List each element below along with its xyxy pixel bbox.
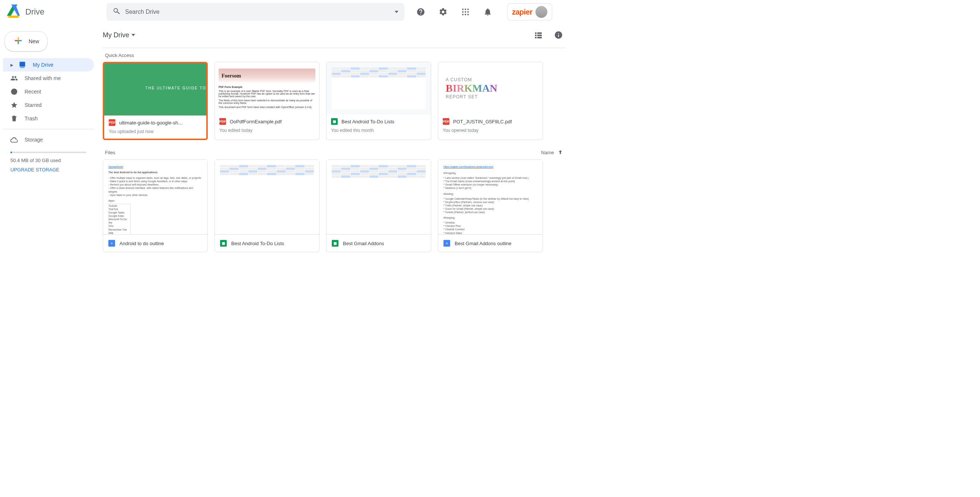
- brand-label: zapier: [512, 8, 533, 16]
- bell-icon[interactable]: [480, 5, 495, 19]
- file-thumbnail: [326, 160, 431, 234]
- sidebar-item-recent[interactable]: Recent: [3, 85, 94, 98]
- app-header: Drive zapier: [0, 0, 575, 24]
- upgrade-storage-link[interactable]: UPGRADE STORAGE: [10, 167, 86, 172]
- gear-icon[interactable]: [436, 5, 450, 19]
- file-title: Best Gmail Addons: [343, 241, 384, 246]
- sort-button[interactable]: Name: [541, 149, 564, 156]
- thumb-text: THE ULTIMATE GUIDE TO: [146, 86, 207, 90]
- card-thumbnail: Foersom PDF Form Example This is an exam…: [215, 62, 319, 115]
- main-content: My Drive Quick Access THE ULTIMATE GUIDE…: [97, 24, 575, 261]
- star-icon: [10, 101, 18, 109]
- card-title: ultimate-guide-to-google-sh…: [119, 120, 183, 126]
- account-switcher[interactable]: zapier: [507, 3, 552, 21]
- thumb-subhead: PDF Form Example: [219, 86, 242, 88]
- quick-access-card[interactable]: THE ULTIMATE GUIDE TO PDF ultimate-guide…: [103, 62, 208, 140]
- quick-access-card[interactable]: Foersom PDF Form Example This is an exam…: [215, 62, 320, 140]
- avatar[interactable]: [535, 6, 547, 18]
- cloud-icon: [10, 136, 18, 143]
- svg-point-1: [465, 9, 466, 10]
- thumb-line: BIRKMAN: [446, 82, 497, 94]
- thumb-body: This is an example of a user fillable PD…: [219, 90, 315, 98]
- card-subtitle: You edited today: [219, 128, 315, 133]
- spreadsheet-preview: [332, 165, 426, 191]
- search-icon: [113, 7, 121, 17]
- card-subtitle: You opened today: [443, 128, 538, 133]
- sidebar-item-storage[interactable]: Storage: [3, 133, 94, 147]
- svg-point-7: [465, 14, 466, 15]
- spreadsheet-preview: [220, 165, 314, 187]
- sheets-icon: ▦: [220, 240, 227, 247]
- sidebar-item-shared[interactable]: Shared with me: [3, 72, 94, 85]
- storage-bar: [10, 151, 86, 153]
- svg-point-3: [462, 11, 464, 13]
- docs-icon: ≡: [444, 240, 450, 247]
- files-row: Spreadsheet The best Android to do list …: [103, 159, 566, 252]
- list-view-icon[interactable]: [531, 27, 546, 43]
- storage-used-text: 50.4 MB of 30 GB used: [10, 158, 86, 163]
- sidebar-item-label: My Drive: [33, 62, 53, 68]
- file-title: Best Android To-Do Lists: [231, 241, 284, 246]
- file-card[interactable]: ▦ Best Gmail Addons: [326, 159, 431, 252]
- search-bar[interactable]: [107, 3, 404, 21]
- file-thumbnail: https://zapier.com/blog/best-gmail-add-o…: [438, 160, 542, 234]
- sidebar-item-label: Starred: [25, 102, 42, 108]
- people-icon: [10, 75, 18, 82]
- pdf-icon: PDF: [109, 119, 115, 126]
- sidebar-item-starred[interactable]: Starred: [3, 98, 94, 112]
- thumb-body: The fields of this form have been select…: [219, 99, 315, 104]
- sidebar-item-trash[interactable]: Trash: [3, 112, 94, 125]
- sidebar-item-my-drive[interactable]: ▶ My Drive: [3, 58, 94, 72]
- quick-access-title: Quick Access: [105, 53, 566, 58]
- apps-grid-icon[interactable]: [458, 5, 473, 19]
- search-options-dropdown-icon[interactable]: [395, 11, 398, 13]
- sidebar: New ▶ My Drive Shared with me Recent Sta…: [0, 24, 97, 261]
- quick-access-card[interactable]: A CUSTOM BIRKMAN REPORT SET PDF POT_JUST…: [438, 62, 543, 140]
- plus-icon: [13, 35, 24, 47]
- sidebar-item-label: Recent: [25, 89, 41, 95]
- new-button[interactable]: New: [5, 31, 48, 51]
- file-card[interactable]: ▦ Best Android To-Do Lists: [215, 159, 320, 252]
- files-title: Files: [105, 150, 115, 155]
- card-thumbnail: THE ULTIMATE GUIDE TO: [104, 63, 206, 115]
- svg-point-4: [465, 11, 466, 13]
- svg-point-5: [467, 11, 469, 13]
- drive-icon: [19, 61, 26, 68]
- card-thumbnail: A CUSTOM BIRKMAN REPORT SET: [438, 62, 542, 115]
- trash-icon: [10, 115, 18, 122]
- docs-icon: ≡: [108, 240, 115, 247]
- sidebar-item-label: Storage: [25, 137, 43, 143]
- sheets-icon: ▦: [332, 240, 339, 247]
- sidebar-item-label: Shared with me: [25, 75, 61, 81]
- spreadsheet-preview: [332, 67, 426, 109]
- file-title: Best Gmail Addons outline: [455, 241, 511, 246]
- quick-access-card[interactable]: ▦ Best Android To-Do Lists You edited th…: [326, 62, 431, 140]
- card-thumbnail: [326, 62, 431, 115]
- sheets-icon: ▦: [331, 118, 338, 125]
- quick-access-row: THE ULTIMATE GUIDE TO PDF ultimate-guide…: [103, 62, 566, 140]
- info-icon[interactable]: [551, 27, 566, 43]
- logo-area[interactable]: Drive: [6, 4, 107, 20]
- help-icon[interactable]: [413, 5, 428, 19]
- drive-logo-icon: [6, 4, 21, 20]
- search-input[interactable]: [125, 9, 390, 15]
- arrow-up-icon: [557, 149, 564, 156]
- app-name: Drive: [25, 7, 44, 17]
- pdf-icon: PDF: [443, 118, 449, 125]
- new-button-label: New: [29, 38, 39, 45]
- expand-icon[interactable]: ▶: [10, 63, 14, 67]
- breadcrumb[interactable]: My Drive: [103, 31, 135, 39]
- pdf-icon: PDF: [219, 118, 226, 125]
- thumb-line: A CUSTOM: [446, 77, 472, 82]
- header-actions: zapier: [413, 3, 552, 21]
- thumb-heading: Foersom: [219, 68, 315, 83]
- storage-block: 50.4 MB of 30 GB used UPGRADE STORAGE: [3, 147, 94, 175]
- file-card[interactable]: https://zapier.com/blog/best-gmail-add-o…: [438, 159, 543, 252]
- card-subtitle: You uploaded just now: [109, 129, 202, 134]
- svg-point-6: [462, 14, 464, 15]
- clock-icon: [10, 88, 18, 96]
- svg-point-0: [462, 9, 464, 10]
- file-card[interactable]: Spreadsheet The best Android to do list …: [103, 159, 208, 252]
- card-subtitle: You edited this month: [331, 128, 426, 133]
- thumb-body: This document and PDF form have been cre…: [219, 106, 315, 108]
